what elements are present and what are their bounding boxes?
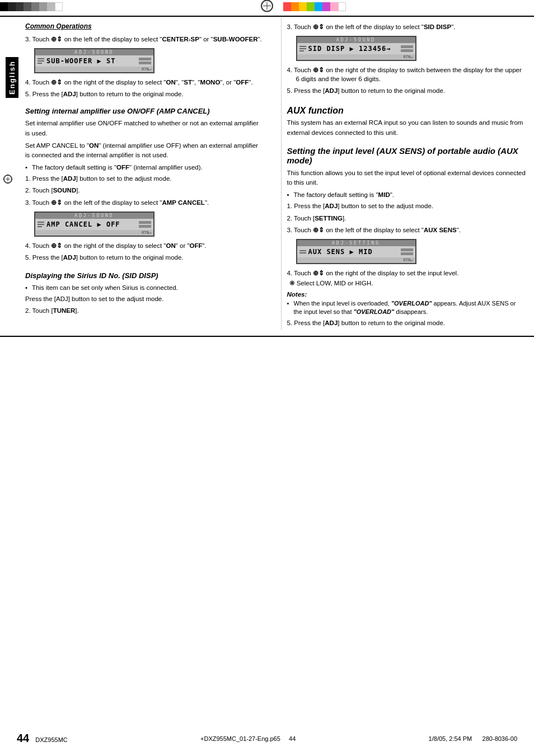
model-name: DXZ955MC bbox=[35, 736, 67, 743]
crosshair-icon bbox=[261, 0, 273, 14]
notes-label: Notes: bbox=[287, 291, 526, 298]
display-sid-disp: ADJ-SOUND SID DISP ▶ 123456→ RTN↵ bbox=[296, 36, 416, 61]
amp-cancel-step2: 2. Touch [SOUND]. bbox=[25, 186, 264, 195]
display-rtn-sid: RTN↵ bbox=[297, 54, 415, 60]
display-rtn-aux: RTN↵ bbox=[297, 257, 415, 263]
amp-cancel-step1: 1. Press the [ADJ] button to set to the … bbox=[25, 174, 264, 183]
right-column: 3. Touch ⊕⇕ on the left of the display t… bbox=[281, 18, 526, 330]
sid-disp-bullet1: This item can be set only when Sirius is… bbox=[25, 283, 264, 292]
aux-sens-para: This function allows you to set the inpu… bbox=[287, 168, 526, 188]
aux-sens-step5: 5. Press the [ADJ] button to return to t… bbox=[287, 318, 526, 327]
right-segments-1 bbox=[139, 58, 151, 64]
aux-function-title: AUX function bbox=[287, 106, 526, 116]
footer-center: +DXZ955MC_01-27-Eng.p65 44 bbox=[200, 735, 296, 742]
step-3-right: 3. Touch ⊕⇕ on the left of the display t… bbox=[287, 22, 526, 31]
sidebar: English bbox=[6, 18, 22, 330]
step-4-right: 4. Touch ⊕⇕ on the right of the display … bbox=[287, 65, 526, 83]
page-number: 44 bbox=[17, 732, 29, 744]
display-body-sid: SID DISP ▶ 123456→ bbox=[297, 43, 415, 54]
two-column-layout: Common Operations 3. Touch ⊕⇕ on the lef… bbox=[22, 18, 528, 330]
display-sub-woofer: ADJ-SOUND SUB-WOOFER ▶ ST RTN↵ bbox=[34, 48, 154, 73]
right-segments-aux bbox=[401, 248, 413, 255]
left-segments-aux bbox=[299, 250, 306, 253]
right-segments-sid bbox=[401, 45, 413, 52]
left-column: Common Operations 3. Touch ⊕⇕ on the lef… bbox=[25, 18, 270, 330]
aux-sens-step1: 1. Press the [ADJ] button to set to the … bbox=[287, 201, 526, 210]
amp-cancel-step3: 3. Touch ⊕⇕ on the left of the display t… bbox=[25, 198, 264, 207]
page-top-border bbox=[0, 16, 534, 17]
display-rtn-1: RTN↵ bbox=[35, 67, 153, 72]
display-text-sid: SID DISP ▶ 123456→ bbox=[308, 45, 401, 53]
top-color-bar bbox=[0, 0, 534, 13]
display-header-sid: ADJ-SOUND bbox=[297, 37, 415, 43]
sid-disp-step1: Press the [ADJ] button to set to the adj… bbox=[25, 294, 264, 303]
page-bottom-border bbox=[0, 336, 534, 337]
left-page-marker bbox=[3, 175, 12, 184]
footer-left: 44 DXZ955MC bbox=[17, 732, 68, 745]
display-header-amp: ADJ-SOUND bbox=[35, 213, 153, 219]
sid-disp-title: Displaying the Sirius ID No. (SID DISP) bbox=[25, 271, 264, 280]
amp-cancel-para1: Set internal amplifier use ON/OFF matche… bbox=[25, 119, 264, 138]
right-color-bars bbox=[283, 0, 534, 13]
display-text-aux: AUX SENS ▶ MID bbox=[308, 248, 401, 256]
note-item-1: When the input level is overloaded, "OVE… bbox=[287, 299, 526, 317]
amp-cancel-bullet1: The factory default setting is "OFF" (in… bbox=[25, 163, 264, 172]
right-segments-amp bbox=[139, 221, 151, 228]
amp-cancel-title: Setting internal amplifier use ON/OFF (A… bbox=[25, 107, 264, 115]
aux-function-para: This system has an external RCA input so… bbox=[287, 118, 526, 138]
display-header-aux: ADJ-SETTING bbox=[297, 240, 415, 246]
display-rtn-amp: RTN↵ bbox=[35, 230, 153, 236]
step-5-right: 5. Press the [ADJ] button to return to t… bbox=[287, 86, 526, 95]
amp-cancel-para2: Set AMP CANCEL to "ON" (internal amplifi… bbox=[25, 141, 264, 161]
display-header-1: ADJ-SOUND bbox=[35, 49, 153, 55]
aux-sens-step3: 3. Touch ⊕⇕ on the left of the display t… bbox=[287, 226, 526, 234]
display-text-amp: AMP CANCEL ▶ OFF bbox=[46, 220, 139, 228]
step-4-left: 4. Touch ⊕⇕ on the right of the display … bbox=[25, 78, 264, 87]
display-aux-sens: ADJ-SETTING AUX SENS ▶ MID RTN↵ bbox=[296, 239, 416, 264]
main-content: English Common Operations 3. Touch ⊕⇕ on… bbox=[0, 18, 534, 330]
aux-sens-title: Setting the input level (AUX SENS) of po… bbox=[287, 146, 526, 165]
footer-right: 1/8/05, 2:54 PM 280-8036-00 bbox=[429, 735, 517, 742]
footer-part-number: 280-8036-00 bbox=[483, 735, 517, 742]
left-color-bars bbox=[0, 0, 251, 13]
amp-cancel-step4: 4. Touch ⊕⇕ on the right of the display … bbox=[25, 241, 264, 250]
display-amp-cancel: ADJ-SOUND AMP CANCEL ▶ OFF RTN↵ bbox=[34, 212, 154, 237]
footer-date: 1/8/05, 2:54 PM bbox=[429, 735, 472, 742]
sid-disp-step2: 2. Touch [TUNER]. bbox=[25, 306, 264, 315]
aux-sens-step4: 4. Touch ⊕⇕ on the right of the display … bbox=[287, 269, 526, 288]
step-3-left: 3. Touch ⊕⇕ on the left of the display t… bbox=[25, 35, 264, 44]
left-segments-1 bbox=[38, 58, 44, 64]
footer-page: 44 bbox=[289, 735, 296, 742]
footer: 44 DXZ955MC +DXZ955MC_01-27-Eng.p65 44 1… bbox=[0, 732, 534, 745]
amp-cancel-step5: 5. Press the [ADJ] button to return to t… bbox=[25, 253, 264, 262]
left-segments-sid bbox=[299, 46, 306, 51]
footer-filename: +DXZ955MC_01-27-Eng.p65 bbox=[200, 735, 280, 742]
common-operations-title: Common Operations bbox=[25, 22, 264, 30]
display-body-1: SUB-WOOFER ▶ ST bbox=[35, 55, 153, 67]
language-label: English bbox=[6, 57, 18, 98]
display-body-aux: AUX SENS ▶ MID bbox=[297, 246, 415, 257]
step-5-left: 5. Press the [ADJ] button to return to t… bbox=[25, 90, 264, 98]
aux-sens-step2: 2. Touch [SETTING]. bbox=[287, 214, 526, 223]
aux-sens-bullet1: The factory default setting is "MID". bbox=[287, 190, 526, 199]
display-text-1: SUB-WOOFER ▶ ST bbox=[46, 57, 139, 65]
display-body-amp: AMP CANCEL ▶ OFF bbox=[35, 219, 153, 230]
left-segments-amp bbox=[38, 222, 44, 227]
